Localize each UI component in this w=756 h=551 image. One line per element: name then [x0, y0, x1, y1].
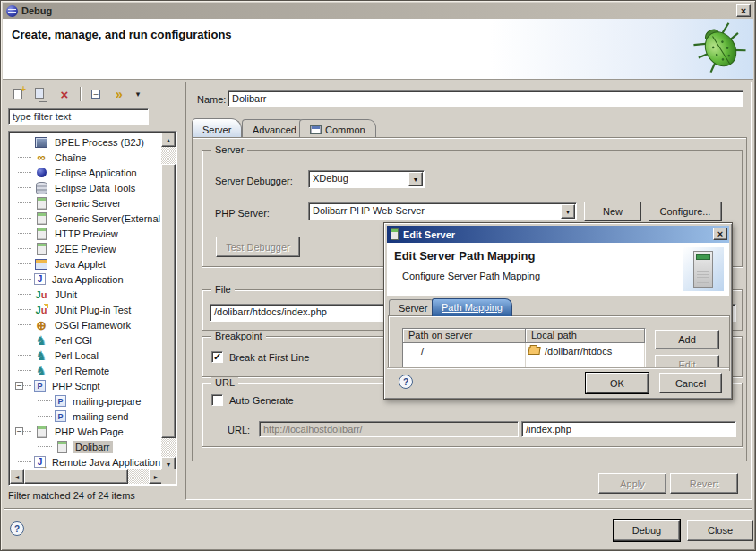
tree-horizontal-scrollbar[interactable]: ◄ ►: [10, 469, 163, 484]
collapse-icon[interactable]: –: [15, 427, 23, 435]
debug-button[interactable]: Debug: [614, 520, 680, 541]
sidebar-toolbar: × – » ▾: [8, 84, 143, 104]
configurations-tree[interactable]: BPEL Process (B2J)ChaîneEclipse Applicat…: [10, 133, 163, 471]
help-icon[interactable]: ?: [10, 521, 24, 536]
column-header-local-path[interactable]: Local path: [526, 329, 645, 343]
new-server-button[interactable]: New: [584, 202, 641, 221]
break-first-line-checkbox[interactable]: [211, 351, 223, 363]
file-group-title: File: [211, 284, 235, 295]
url-suffix-input[interactable]: /index.php: [521, 421, 736, 437]
configure-button[interactable]: Configure...: [649, 202, 722, 221]
tree-item[interactable]: Chaîne: [10, 150, 163, 165]
tree-item[interactable]: Generic Server(External La: [10, 211, 163, 226]
dialog-tab-server[interactable]: Server: [389, 299, 437, 316]
close-button[interactable]: Close: [687, 520, 753, 541]
server-debugger-select[interactable]: XDebug ▼: [308, 170, 425, 188]
dialog-close-icon[interactable]: ×: [713, 228, 727, 240]
tab-advanced[interactable]: Advanced: [242, 119, 307, 137]
tree-item[interactable]: Eclipse Data Tools: [10, 180, 163, 195]
tree-item-label: OSGi Framework: [52, 319, 133, 331]
dialog-help-icon[interactable]: ?: [399, 375, 413, 389]
dialog-subheading: Configure Server Path Mapping: [402, 271, 540, 281]
tree-item-label: Perl Remote: [52, 365, 112, 377]
scroll-left-icon[interactable]: ◄: [10, 469, 24, 484]
tree-item[interactable]: JUnit: [10, 287, 163, 302]
tree-item[interactable]: Java Applet: [10, 256, 163, 271]
apply-button[interactable]: Apply: [598, 473, 666, 494]
new-launch-configuration-icon[interactable]: [8, 85, 28, 103]
tree-item-label: Generic Server(External La: [52, 212, 163, 225]
tree-item[interactable]: Remote Java Application: [10, 454, 163, 469]
vertical-scroll-thumb[interactable]: [161, 164, 176, 438]
tree-item-label: Java Application: [49, 273, 126, 286]
tree-item[interactable]: mailing-prepare: [10, 393, 163, 409]
tree-item-label: Eclipse Data Tools: [52, 182, 138, 194]
junit-icon: [34, 288, 48, 301]
window-titlebar[interactable]: Debug ×: [3, 3, 753, 19]
tree-item-label: Perl CGI: [52, 334, 95, 347]
auto-generate-checkbox[interactable]: [211, 394, 223, 406]
server-group-title: Server: [211, 144, 247, 155]
php-server-select[interactable]: Dolibarr PHP Web Server ▼: [308, 202, 577, 220]
perl-icon: [34, 349, 48, 362]
tree-item[interactable]: Perl Local: [10, 348, 163, 363]
tree-item[interactable]: Dolibarr: [10, 439, 163, 454]
tab-server[interactable]: Server: [192, 118, 242, 137]
php-icon: [34, 380, 46, 392]
window-close-icon[interactable]: ×: [736, 4, 751, 17]
tree-item[interactable]: OSGi Framework: [10, 317, 163, 332]
name-input[interactable]: Dolibarr: [228, 90, 743, 107]
tree-item[interactable]: –PHP Web Page: [10, 424, 163, 439]
revert-button[interactable]: Revert: [670, 473, 738, 494]
tree-item-label: Dolibarr: [73, 441, 113, 453]
configurations-tree-box: BPEL Process (B2J)ChaîneEclipse Applicat…: [8, 131, 177, 486]
tree-item[interactable]: Perl Remote: [10, 363, 163, 378]
server-icon: [34, 243, 48, 255]
add-button[interactable]: Add: [655, 330, 719, 349]
column-header-path-on-server[interactable]: Path on server: [403, 329, 526, 343]
break-first-line-label: Break at First Line: [229, 352, 309, 363]
toolbar-menu-icon[interactable]: ▾: [133, 85, 143, 103]
tree-item[interactable]: J2EE Preview: [10, 241, 163, 256]
tree-item[interactable]: BPEL Process (B2J): [10, 134, 163, 150]
dialog-titlebar[interactable]: Edit Server ×: [387, 226, 729, 243]
duplicate-icon[interactable]: [31, 85, 51, 103]
tree-item[interactable]: –PHP Script: [10, 378, 163, 393]
filter-input[interactable]: type filter text: [8, 108, 149, 125]
tree-item[interactable]: JUnit Plug-in Test: [10, 302, 163, 317]
tree-item[interactable]: mailing-send: [10, 409, 163, 424]
table-row[interactable]: //dolibarr/htdocs: [403, 343, 645, 358]
chevron-down-icon[interactable]: ▼: [561, 204, 575, 219]
tree-vertical-scrollbar[interactable]: ▲ ▼: [161, 133, 176, 471]
tree-item[interactable]: HTTP Preview: [10, 226, 163, 241]
tree-item-label: mailing-send: [70, 410, 131, 423]
server-icon: [34, 228, 48, 240]
collapse-all-icon[interactable]: –: [86, 85, 106, 103]
tree-item-label: HTTP Preview: [52, 228, 121, 240]
horizontal-scroll-thumb[interactable]: [24, 469, 128, 484]
tree-item[interactable]: Generic Server: [10, 195, 163, 211]
dialog-tab-path-mapping[interactable]: Path Mapping: [432, 298, 512, 316]
toolbar-separator: [80, 87, 81, 101]
path-mapping-table[interactable]: Path on server Local path //dolibarr/htd…: [402, 328, 646, 369]
chevron-down-icon[interactable]: ▼: [408, 172, 423, 186]
filter-icon[interactable]: »: [109, 85, 129, 103]
tab-common[interactable]: Common: [299, 119, 376, 137]
scroll-up-icon[interactable]: ▲: [161, 133, 176, 147]
collapse-icon[interactable]: –: [15, 382, 23, 390]
tree-item-label: Generic Server: [52, 197, 124, 210]
perl-icon: [34, 334, 48, 347]
eclipse-icon: [34, 167, 48, 179]
ok-button[interactable]: OK: [586, 373, 649, 393]
server-icon: [34, 212, 48, 225]
delete-icon[interactable]: ×: [55, 85, 74, 103]
tree-item[interactable]: Eclipse Application: [10, 165, 163, 180]
cancel-button[interactable]: Cancel: [659, 373, 722, 393]
scrollbar-corner: [161, 469, 176, 484]
dialog-header: Edit Server Path Mapping Configure Serve…: [387, 243, 729, 296]
tree-item[interactable]: Java Application: [10, 271, 163, 287]
test-debugger-button[interactable]: Test Debugger: [216, 237, 300, 257]
tree-item[interactable]: Perl CGI: [10, 332, 163, 348]
osgi-icon: [34, 319, 48, 331]
server-icon: [34, 197, 48, 210]
